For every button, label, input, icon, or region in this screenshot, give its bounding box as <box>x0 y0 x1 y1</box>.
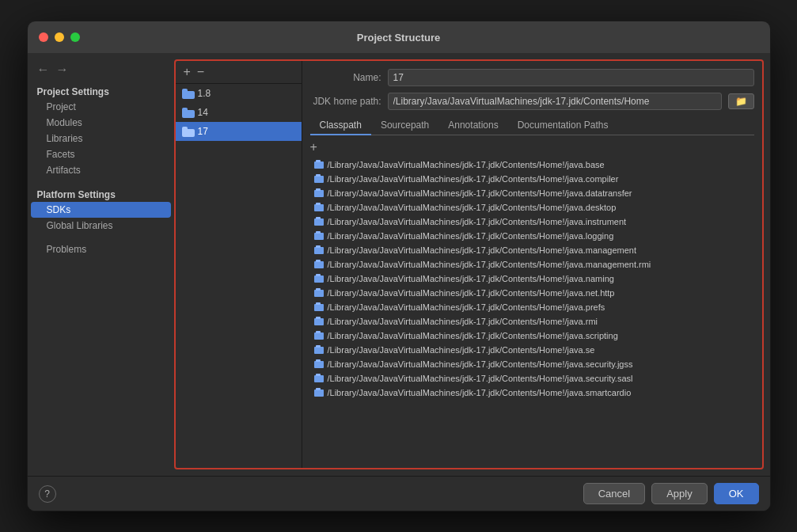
sidebar-nav: ← → <box>28 59 174 83</box>
sdk-entry-17[interactable]: 17 <box>176 122 302 141</box>
svg-rect-16 <box>314 276 324 283</box>
sdk-label: 14 <box>198 107 208 118</box>
jdk-label: JDK home path: <box>310 96 381 107</box>
forward-button[interactable]: → <box>55 63 70 77</box>
classpath-item[interactable]: /Library/Java/JavaVirtualMachines/jdk-17… <box>310 371 754 386</box>
sidebar-item-modules[interactable]: Modules <box>28 115 174 131</box>
classpath-item[interactable]: /Library/Java/JavaVirtualMachines/jdk-17… <box>310 200 754 215</box>
add-classpath-button[interactable]: + <box>310 140 317 154</box>
svg-rect-28 <box>314 361 324 368</box>
classpath-item[interactable]: /Library/Java/JavaVirtualMachines/jdk-17… <box>310 158 754 172</box>
svg-rect-4 <box>314 190 324 197</box>
minimize-button[interactable] <box>55 32 64 42</box>
svg-rect-32 <box>314 390 324 397</box>
svg-rect-29 <box>316 359 321 362</box>
tab-doc-paths[interactable]: Documentation Paths <box>508 116 618 135</box>
svg-rect-2 <box>314 176 324 183</box>
svg-rect-25 <box>316 331 321 333</box>
svg-rect-12 <box>314 247 324 254</box>
sdk-entry-14[interactable]: 14 <box>176 103 302 122</box>
back-button[interactable]: ← <box>36 63 51 77</box>
name-input[interactable] <box>388 69 754 86</box>
folder-icon <box>182 127 195 137</box>
sdk-entry-1.8[interactable]: 1.8 <box>176 84 302 103</box>
sidebar-item-artifacts[interactable]: Artifacts <box>28 162 174 178</box>
svg-rect-11 <box>316 231 321 234</box>
svg-rect-14 <box>314 261 324 268</box>
classpath-item[interactable]: /Library/Java/JavaVirtualMachines/jdk-17… <box>310 272 754 286</box>
sidebar-item-sdks[interactable]: SDKs <box>31 202 171 218</box>
jar-icon <box>313 230 324 241</box>
add-sdk-button[interactable]: + <box>182 66 192 78</box>
ok-button[interactable]: OK <box>714 483 759 504</box>
help-button[interactable]: ? <box>39 485 56 503</box>
sidebar-item-facets[interactable]: Facets <box>28 146 174 162</box>
svg-rect-33 <box>316 388 321 390</box>
classpath-item[interactable]: /Library/Java/JavaVirtualMachines/jdk-17… <box>310 243 754 257</box>
browse-button[interactable]: 📁 <box>728 93 754 109</box>
jar-icon <box>313 387 324 398</box>
jdk-path-input[interactable] <box>388 93 722 110</box>
svg-rect-21 <box>316 302 321 305</box>
maximize-button[interactable] <box>70 32 80 42</box>
svg-rect-19 <box>316 288 321 291</box>
svg-rect-7 <box>316 203 321 205</box>
svg-rect-24 <box>314 332 324 340</box>
svg-rect-3 <box>316 174 321 177</box>
classpath-item[interactable]: /Library/Java/JavaVirtualMachines/jdk-17… <box>310 257 754 272</box>
svg-rect-0 <box>314 162 324 169</box>
cancel-button[interactable]: Cancel <box>583 483 645 504</box>
tab-annotations[interactable]: Annotations <box>438 116 507 135</box>
bottom-bar: ? Cancel Apply OK <box>28 476 770 511</box>
jar-icon <box>313 173 324 184</box>
svg-rect-17 <box>316 274 321 276</box>
tabs-row: Classpath Sourcepath Annotations Documen… <box>310 116 754 135</box>
classpath-item[interactable]: /Library/Java/JavaVirtualMachines/jdk-17… <box>310 300 754 314</box>
svg-rect-6 <box>314 204 324 211</box>
jar-icon <box>313 202 324 213</box>
jdk-path-row: JDK home path: 📁 <box>310 93 754 110</box>
classpath-item[interactable]: /Library/Java/JavaVirtualMachines/jdk-17… <box>310 314 754 329</box>
svg-rect-9 <box>316 217 321 219</box>
svg-rect-10 <box>314 233 324 240</box>
classpath-item[interactable]: /Library/Java/JavaVirtualMachines/jdk-17… <box>310 215 754 229</box>
classpath-item[interactable]: /Library/Java/JavaVirtualMachines/jdk-17… <box>310 186 754 200</box>
titlebar: Project Structure <box>28 21 770 53</box>
remove-sdk-button[interactable]: − <box>195 66 206 78</box>
jar-icon <box>313 373 324 384</box>
tab-sourcepath[interactable]: Sourcepath <box>371 116 438 135</box>
sidebar-item-global-libraries[interactable]: Global Libraries <box>28 218 174 234</box>
jar-icon <box>313 359 324 370</box>
svg-rect-22 <box>314 318 324 325</box>
traffic-lights <box>39 32 80 42</box>
classpath-item[interactable]: /Library/Java/JavaVirtualMachines/jdk-17… <box>310 329 754 343</box>
svg-rect-26 <box>314 347 324 354</box>
close-button[interactable] <box>39 32 48 42</box>
sidebar-item-project[interactable]: Project <box>28 99 174 115</box>
svg-rect-23 <box>316 317 321 319</box>
name-row: Name: <box>310 69 754 86</box>
classpath-list[interactable]: /Library/Java/JavaVirtualMachines/jdk-17… <box>310 158 754 460</box>
jar-icon <box>313 330 324 341</box>
classpath-item[interactable]: /Library/Java/JavaVirtualMachines/jdk-17… <box>310 343 754 357</box>
sidebar-item-libraries[interactable]: Libraries <box>28 131 174 146</box>
jar-icon <box>313 344 324 355</box>
jar-icon <box>313 216 324 227</box>
classpath-item[interactable]: /Library/Java/JavaVirtualMachines/jdk-17… <box>310 286 754 300</box>
apply-button[interactable]: Apply <box>651 483 708 504</box>
sidebar-item-problems[interactable]: Problems <box>28 241 174 257</box>
sdk-label: 1.8 <box>198 88 211 99</box>
svg-rect-18 <box>314 290 324 297</box>
classpath-item[interactable]: /Library/Java/JavaVirtualMachines/jdk-17… <box>310 386 754 400</box>
jar-icon <box>313 259 324 270</box>
content-panel: Name: JDK home path: 📁 Classpath Sourcep… <box>302 61 762 468</box>
jar-icon <box>313 188 324 199</box>
classpath-item[interactable]: /Library/Java/JavaVirtualMachines/jdk-17… <box>310 229 754 243</box>
tab-classpath[interactable]: Classpath <box>310 116 371 135</box>
classpath-item[interactable]: /Library/Java/JavaVirtualMachines/jdk-17… <box>310 172 754 186</box>
sidebar-divider-2 <box>28 234 174 241</box>
jar-icon <box>313 273 324 284</box>
classpath-item[interactable]: /Library/Java/JavaVirtualMachines/jdk-17… <box>310 357 754 371</box>
sdk-entries: 1.8 14 17 <box>176 84 302 468</box>
classpath-toolbar: + <box>310 140 754 154</box>
